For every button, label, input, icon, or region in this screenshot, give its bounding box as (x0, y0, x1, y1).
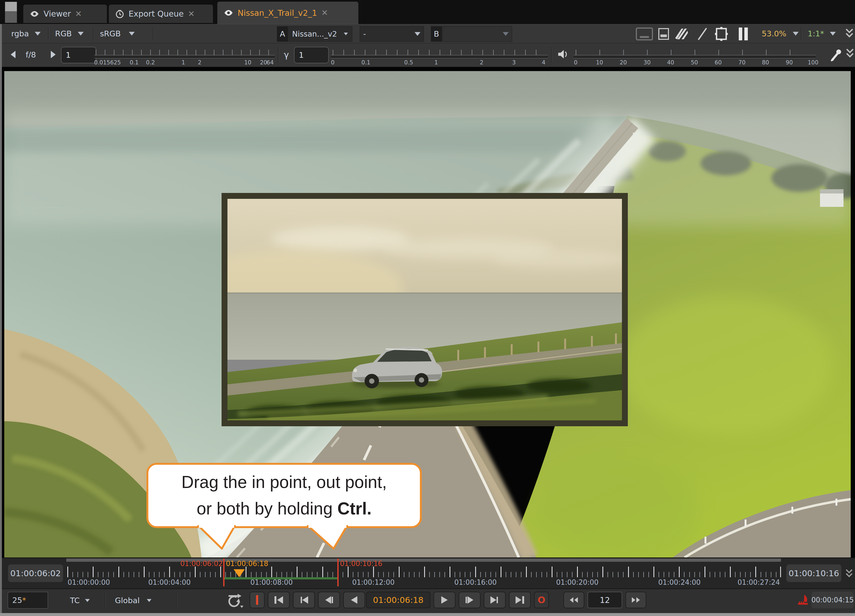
zoom-level-dropdown[interactable]: 53.0% (762, 29, 798, 38)
ruler-tick (133, 572, 134, 577)
fstop-increase-button[interactable] (51, 51, 55, 58)
ruler-tick (730, 567, 731, 577)
ruler-tick (506, 572, 506, 577)
display-mode-dropdown[interactable]: RGB (55, 29, 84, 38)
frame-forward-button[interactable] (625, 591, 646, 608)
tab-export-queue[interactable]: Export Queue ✕ (109, 4, 213, 23)
ruler-tick (547, 572, 547, 577)
chevron-down-icon (344, 32, 348, 35)
set-in-point-button[interactable] (250, 591, 265, 608)
set-out-point-button[interactable]: O (534, 591, 549, 608)
colorspace-dropdown[interactable]: sRGB (100, 29, 135, 38)
gain-slider-track[interactable] (94, 55, 275, 58)
ruler-tick (103, 572, 103, 577)
playback-mode-button[interactable] (226, 593, 244, 609)
step-back-button[interactable] (318, 591, 340, 608)
gain-display-toggle-button[interactable] (636, 27, 653, 42)
divider (105, 592, 106, 609)
ruler-tick (256, 572, 257, 577)
ruler-tick (190, 572, 190, 577)
ruler-tick (745, 572, 746, 577)
ruler-tick (429, 572, 430, 577)
frame-range-value: Global (115, 596, 140, 605)
channels-value: rgba (11, 29, 29, 38)
close-icon[interactable]: ✕ (321, 9, 328, 17)
pane-splitter-handle[interactable] (5, 2, 17, 23)
step-forward-button[interactable] (459, 591, 481, 608)
viewer-canvas[interactable] (0, 67, 855, 558)
ruler-tick (404, 572, 405, 577)
window-bottom-edge (0, 613, 855, 616)
ruler-tick (67, 567, 68, 577)
volume-slider-track[interactable] (573, 55, 816, 58)
play-backward-icon (348, 595, 360, 605)
timeline-second-label: 01:00:00:00 (67, 578, 110, 586)
gamma-input[interactable]: 1 (294, 47, 329, 63)
chevron-down-icon (793, 32, 798, 35)
range-end-field[interactable]: 01:00:10:16 (786, 564, 841, 582)
tab-nissan-x-trail[interactable]: Nissan_X_Trail_v2_1 ✕ (217, 2, 359, 24)
proxy-mode-button[interactable] (657, 28, 670, 41)
timeline-ruler[interactable] (66, 566, 781, 577)
timeline-range-bar[interactable] (66, 559, 781, 562)
wipe-mode-dropdown[interactable]: - (360, 26, 424, 42)
collapse-toolbar-button[interactable] (844, 28, 854, 41)
step-forward-icon (464, 595, 475, 605)
close-icon[interactable]: ✕ (188, 10, 195, 18)
ruler-tick (501, 567, 501, 577)
pause-display-button[interactable] (737, 27, 749, 42)
skip-end-icon (514, 595, 526, 605)
fps-dropdown[interactable]: 25* (8, 591, 48, 609)
gamma-slider-track[interactable] (331, 55, 548, 58)
roi-button[interactable] (714, 26, 728, 43)
close-icon[interactable]: ✕ (75, 10, 82, 18)
out-point-marker[interactable] (337, 559, 339, 586)
input-a-dropdown[interactable]: Nissan..._v2 (289, 26, 352, 42)
ruler-tick (174, 572, 175, 577)
eyedropper-icon[interactable] (830, 48, 843, 63)
callout-line1: Drag the in point, out point, (148, 469, 420, 495)
skip-forward-button[interactable] (484, 591, 506, 608)
speaker-icon[interactable] (557, 49, 569, 61)
divider (48, 27, 49, 40)
window-left-edge (0, 24, 2, 613)
tab-viewer[interactable]: Viewer ✕ (23, 4, 107, 23)
input-b-dropdown[interactable] (443, 26, 512, 42)
skip-back-button[interactable] (293, 591, 315, 608)
pip-image (227, 199, 622, 420)
in-point-marker[interactable] (223, 559, 225, 586)
wipe-icon-button[interactable] (674, 28, 688, 41)
timecode-mode-value: TC (70, 596, 80, 605)
ruler-tick (195, 567, 196, 577)
play-backward-button[interactable] (343, 591, 365, 608)
ruler-tick (129, 572, 129, 577)
go-to-start-button[interactable] (268, 591, 290, 608)
frame-back-button[interactable] (564, 591, 584, 608)
collapse-timeline-button[interactable] (844, 569, 853, 581)
clock-icon (115, 9, 124, 18)
gain-tick-label: 1 (181, 59, 185, 66)
ruler-tick (455, 572, 455, 577)
ruler-tick (118, 567, 119, 577)
play-forward-button[interactable] (434, 591, 455, 608)
playhead-marker[interactable] (234, 569, 245, 577)
in-bar-icon (256, 595, 258, 605)
channels-dropdown[interactable]: rgba (11, 29, 41, 38)
frame-increment-input[interactable]: 12 (587, 591, 622, 608)
ruler-tick (643, 572, 644, 577)
timeline-second-label: 01:00:08:00 (250, 578, 293, 586)
ruler-tick (470, 572, 470, 577)
go-to-end-button[interactable] (509, 591, 531, 608)
frame-range-dropdown[interactable]: Global (115, 596, 152, 605)
current-time-field[interactable]: 01:00:06:02 (8, 564, 63, 582)
slash-overlay-button[interactable] (697, 28, 708, 41)
collapse-exposure-button[interactable] (845, 48, 855, 61)
viewer-window: Viewer ✕ Export Queue ✕ Nissan_X_Trail_v… (0, 0, 855, 616)
current-timecode-field[interactable]: 01:00:06:18 (366, 591, 430, 608)
pixel-aspect-dropdown[interactable]: 1:1* (808, 29, 836, 38)
timecode-mode-dropdown[interactable]: TC (70, 596, 90, 605)
ruler-tick (164, 572, 165, 577)
fstop-decrease-button[interactable] (11, 51, 15, 58)
gain-input[interactable]: 1 (61, 47, 96, 63)
ruler-tick (124, 572, 124, 577)
